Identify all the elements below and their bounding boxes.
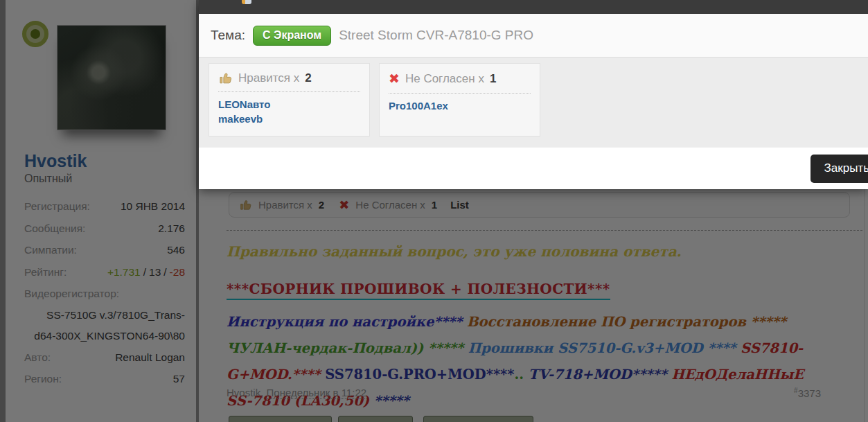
disagree-count: 1 xyxy=(490,72,496,86)
disagree-box: ✖ Не Согласен x 1 Pro100A1ex xyxy=(379,63,540,137)
likes-box-header: Нравится x 2 xyxy=(218,71,360,92)
likes-user-list: LEONавтоmakeevb xyxy=(218,97,360,126)
disagree-box-header: ✖ Не Согласен x 1 xyxy=(389,71,531,94)
dialog-body: Нравится x 2 LEONавтоmakeevb ✖ Не Соглас… xyxy=(199,57,868,147)
dialog-footer: Закрыть xyxy=(199,147,868,189)
topic-label: Тема: xyxy=(211,28,245,43)
topic-prefix-badge[interactable]: С Экраном xyxy=(253,26,331,46)
likes-box: Нравится x 2 LEONавтоmakeevb xyxy=(209,63,370,137)
user-link[interactable]: Pro100A1ex xyxy=(389,98,531,113)
thumbs-up-icon xyxy=(218,71,233,85)
user-link[interactable]: makeevb xyxy=(218,112,360,126)
disagree-label: Не Согласен x xyxy=(405,72,484,86)
likes-count: 2 xyxy=(305,71,311,85)
likes-dialog: Тема: С Экраном Street Storm CVR-A7810-G… xyxy=(199,0,868,188)
topic-title: Street Storm CVR-A7810-G PRO xyxy=(339,28,533,43)
dialog-topic-header: Тема: С Экраном Street Storm CVR-A7810-G… xyxy=(199,14,868,57)
titlebar-icon xyxy=(242,0,251,4)
close-button[interactable]: Закрыть xyxy=(811,155,868,183)
forum-page: Hvostik Опытный Регистрация: 10 ЯНВ 2014… xyxy=(0,0,868,422)
user-link[interactable]: LEONавто xyxy=(218,97,360,112)
disagree-user-list: Pro100A1ex xyxy=(389,98,531,113)
dialog-titlebar[interactable] xyxy=(199,0,868,14)
disagree-x-icon: ✖ xyxy=(389,71,400,87)
likes-label: Нравится x xyxy=(238,71,299,85)
